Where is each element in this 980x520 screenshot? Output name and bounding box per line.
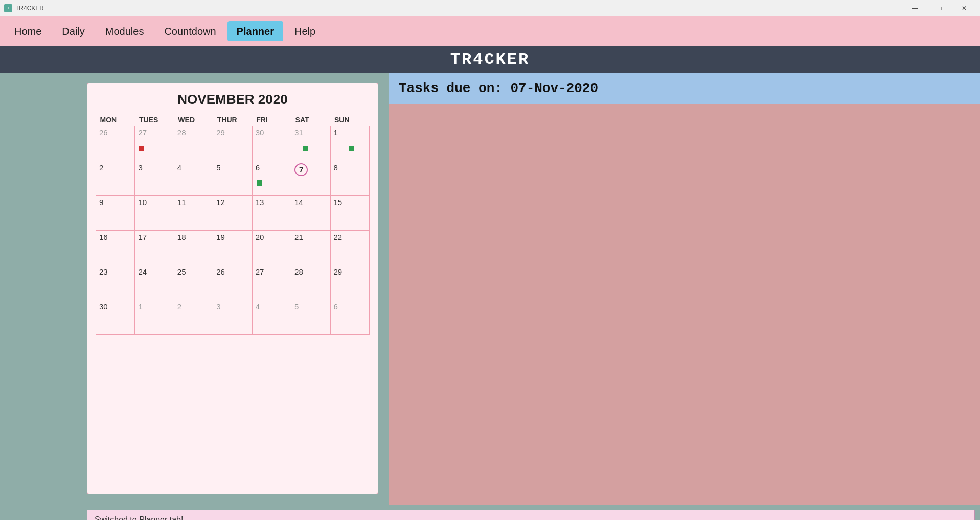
menu-item-home[interactable]: Home <box>5 21 51 41</box>
calendar-title: NOVEMBER 2020 <box>96 92 370 107</box>
calendar-weekday-thur: THUR <box>213 114 252 126</box>
tasks-body <box>389 104 980 505</box>
day-number: 15 <box>334 198 343 207</box>
calendar-day-28[interactable]: 28 <box>174 126 213 161</box>
menu-item-planner[interactable]: Planner <box>227 21 283 41</box>
calendar-day-19[interactable]: 19 <box>213 231 252 265</box>
left-panel: NOVEMBER 2020 MONTUESWEDTHURFRISATSUN 26… <box>0 73 389 505</box>
calendar-day-24[interactable]: 24 <box>135 265 174 300</box>
day-number: 4 <box>177 163 181 172</box>
calendar-day-20[interactable]: 20 <box>252 231 291 265</box>
calendar-day-18[interactable]: 18 <box>174 231 213 265</box>
day-number: 27 <box>256 267 264 276</box>
day-number: 7 <box>294 163 308 176</box>
day-number: 12 <box>216 198 225 207</box>
calendar-weekday-wed: WED <box>174 114 213 126</box>
title-bar-controls: — □ ✕ <box>903 1 976 15</box>
calendar-weekday-fri: FRI <box>252 114 291 126</box>
calendar-day-28[interactable]: 28 <box>291 265 330 300</box>
day-number: 30 <box>256 128 264 137</box>
calendar-day-30[interactable]: 30 <box>252 126 291 161</box>
calendar-week-5: 30123456 <box>96 300 370 335</box>
calendar-day-4[interactable]: 4 <box>252 300 291 335</box>
calendar-day-15[interactable]: 15 <box>330 196 369 231</box>
mascot-area <box>0 517 79 520</box>
calendar-day-17[interactable]: 17 <box>135 231 174 265</box>
calendar-day-27[interactable]: 27 <box>252 265 291 300</box>
calendar-day-1[interactable]: 1 <box>135 300 174 335</box>
right-panel: Tasks due on: 07-Nov-2020 <box>389 73 980 505</box>
calendar-week-2: 9101112131415 <box>96 196 370 231</box>
app-icon: T <box>4 4 12 12</box>
calendar-week-1: 2345678 <box>96 161 370 196</box>
minimize-button[interactable]: — <box>903 1 927 15</box>
calendar-day-12[interactable]: 12 <box>213 196 252 231</box>
day-number: 26 <box>216 267 225 276</box>
calendar-day-22[interactable]: 22 <box>330 231 369 265</box>
calendar-week-0: 2627282930311 <box>96 126 370 161</box>
calendar-day-23[interactable]: 23 <box>96 265 135 300</box>
maximize-button[interactable]: □ <box>928 1 951 15</box>
menu-item-daily[interactable]: Daily <box>53 21 94 41</box>
calendar-grid: MONTUESWEDTHURFRISATSUN 2627282930311234… <box>96 114 370 335</box>
day-number: 22 <box>334 233 343 241</box>
calendar-day-21[interactable]: 21 <box>291 231 330 265</box>
calendar-day-29[interactable]: 29 <box>213 126 252 161</box>
calendar-day-27[interactable]: 27 <box>135 126 174 161</box>
calendar-day-4[interactable]: 4 <box>174 161 213 196</box>
calendar-day-7[interactable]: 7 <box>291 161 330 196</box>
day-number: 24 <box>138 267 147 276</box>
mascot-svg <box>3 512 77 520</box>
calendar-day-14[interactable]: 14 <box>291 196 330 231</box>
day-number: 2 <box>99 163 103 172</box>
calendar-day-3[interactable]: 3 <box>135 161 174 196</box>
day-number: 13 <box>256 198 264 207</box>
calendar-day-26[interactable]: 26 <box>96 126 135 161</box>
calendar-day-6[interactable]: 6 <box>330 300 369 335</box>
app-title: TR4CKER <box>450 50 530 69</box>
day-number: 29 <box>216 128 225 137</box>
calendar-day-13[interactable]: 13 <box>252 196 291 231</box>
title-bar-left: T TR4CKER <box>4 4 44 12</box>
day-number: 20 <box>256 233 264 241</box>
calendar-day-25[interactable]: 25 <box>174 265 213 300</box>
calendar-day-2[interactable]: 2 <box>174 300 213 335</box>
day-number: 6 <box>334 302 338 311</box>
day-number: 10 <box>138 198 147 207</box>
day-number: 6 <box>256 163 260 172</box>
day-number: 23 <box>99 267 108 276</box>
menu-bar: HomeDailyModulesCountdownPlannerHelp <box>0 16 980 46</box>
console-output: Switched to Planner tab! <box>87 510 975 520</box>
day-number: 28 <box>177 128 186 137</box>
calendar-day-31[interactable]: 31 <box>291 126 330 161</box>
calendar-day-2[interactable]: 2 <box>96 161 135 196</box>
tasks-header: Tasks due on: 07-Nov-2020 <box>389 73 980 104</box>
calendar-day-8[interactable]: 8 <box>330 161 369 196</box>
calendar-day-1[interactable]: 1 <box>330 126 369 161</box>
calendar-day-11[interactable]: 11 <box>174 196 213 231</box>
calendar-week-4: 23242526272829 <box>96 265 370 300</box>
calendar-day-9[interactable]: 9 <box>96 196 135 231</box>
menu-item-modules[interactable]: Modules <box>96 21 153 41</box>
calendar-day-5[interactable]: 5 <box>291 300 330 335</box>
day-number: 17 <box>138 233 147 241</box>
day-number: 29 <box>334 267 343 276</box>
calendar-day-29[interactable]: 29 <box>330 265 369 300</box>
day-dot-green <box>257 180 262 186</box>
calendar-day-26[interactable]: 26 <box>213 265 252 300</box>
day-dot-green <box>349 146 354 151</box>
menu-item-countdown[interactable]: Countdown <box>155 21 225 41</box>
calendar-day-10[interactable]: 10 <box>135 196 174 231</box>
calendar-week-3: 16171819202122 <box>96 231 370 265</box>
menu-item-help[interactable]: Help <box>285 21 325 41</box>
calendar-day-6[interactable]: 6 <box>252 161 291 196</box>
calendar-day-30[interactable]: 30 <box>96 300 135 335</box>
calendar: NOVEMBER 2020 MONTUESWEDTHURFRISATSUN 26… <box>87 83 378 494</box>
close-button[interactable]: ✕ <box>952 1 976 15</box>
day-number: 21 <box>294 233 303 241</box>
calendar-day-3[interactable]: 3 <box>213 300 252 335</box>
day-number: 5 <box>294 302 299 311</box>
calendar-day-5[interactable]: 5 <box>213 161 252 196</box>
calendar-day-16[interactable]: 16 <box>96 231 135 265</box>
title-bar: T TR4CKER — □ ✕ <box>0 0 980 16</box>
